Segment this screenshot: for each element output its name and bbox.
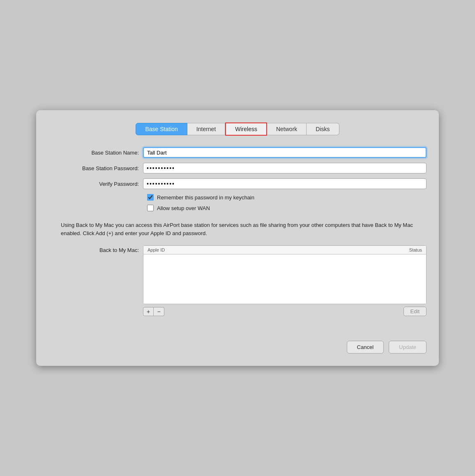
base-station-name-label: Base Station Name: (48, 150, 143, 156)
table-actions: + − Edit (143, 307, 427, 316)
base-station-password-input[interactable] (143, 163, 427, 173)
remember-keychain-label[interactable]: Remember this password in my keychain (157, 194, 254, 201)
tab-bar: Base Station Internet Wireless Network D… (48, 122, 427, 136)
update-button[interactable]: Update (389, 341, 427, 354)
tab-disks[interactable]: Disks (307, 123, 339, 135)
verify-password-label: Verify Password: (48, 181, 143, 187)
back-to-my-mac-label: Back to My Mac: (48, 245, 143, 253)
remove-button[interactable]: − (154, 307, 164, 316)
base-station-password-label: Base Station Password: (48, 165, 143, 171)
apple-id-column-header: Apple ID (148, 247, 393, 252)
back-to-my-mac-row: Back to My Mac: Apple ID Status + − Edit (48, 245, 427, 316)
remember-keychain-checkbox[interactable] (147, 194, 154, 201)
form-section: Base Station Name: Base Station Password… (48, 147, 427, 211)
tab-internet[interactable]: Internet (187, 123, 225, 135)
allow-wan-row: Allow setup over WAN (147, 205, 427, 211)
tab-network[interactable]: Network (267, 123, 307, 135)
status-column-header: Status (393, 247, 422, 252)
table-body (143, 254, 426, 304)
remember-keychain-row: Remember this password in my keychain (147, 194, 427, 201)
allow-wan-label[interactable]: Allow setup over WAN (157, 205, 210, 211)
add-remove-group: + − (143, 307, 164, 316)
edit-button[interactable]: Edit (404, 307, 427, 316)
bottom-bar: Cancel Update (48, 333, 427, 354)
table-header: Apple ID Status (143, 246, 426, 254)
base-station-name-row: Base Station Name: (48, 147, 427, 158)
base-station-password-row: Base Station Password: (48, 163, 427, 173)
tab-base-station[interactable]: Base Station (136, 123, 187, 135)
verify-password-row: Verify Password: (48, 178, 427, 189)
add-button[interactable]: + (143, 307, 154, 316)
description-text: Using Back to My Mac you can access this… (61, 221, 414, 237)
main-window: Base Station Internet Wireless Network D… (36, 110, 439, 366)
base-station-name-input[interactable] (143, 147, 427, 158)
verify-password-input[interactable] (143, 178, 427, 189)
cancel-button[interactable]: Cancel (347, 341, 384, 354)
allow-wan-checkbox[interactable] (147, 205, 154, 211)
back-to-my-mac-content: Apple ID Status + − Edit (143, 245, 427, 316)
apple-id-table: Apple ID Status (143, 245, 427, 304)
tab-wireless[interactable]: Wireless (225, 122, 267, 136)
